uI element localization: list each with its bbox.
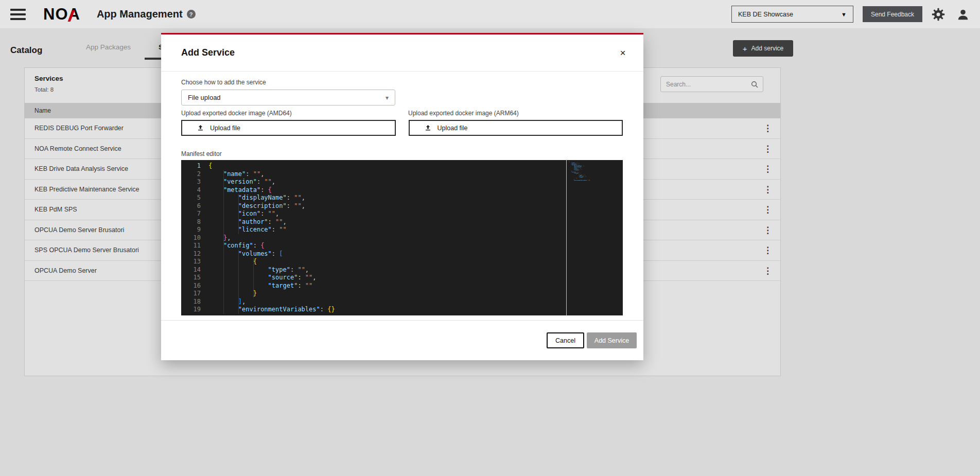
editor-minimap-content: { "name": "", "version": "", "metadata":… (569, 161, 590, 181)
manifest-editor-label: Manifest editor (181, 150, 222, 157)
chevron-down-icon: ▾ (386, 94, 389, 101)
upload-row: Upload file Upload file (181, 120, 623, 136)
add-service-submit-button[interactable]: Add Service (587, 332, 637, 348)
indent-guide (238, 194, 239, 234)
choose-method-label: Choose how to add the service (181, 79, 266, 86)
add-service-dialog: Add Service × Choose how to add the serv… (161, 33, 643, 360)
upload-file-amd64-button[interactable]: Upload file (181, 120, 396, 136)
upload-button-label: Upload file (437, 125, 468, 132)
close-icon[interactable]: × (616, 46, 630, 60)
editor-minimap[interactable]: { "name": "", "version": "", "metadata":… (566, 160, 623, 315)
upload-button-label: Upload file (210, 125, 240, 132)
upload-file-arm64-button[interactable]: Upload file (409, 120, 623, 136)
dialog-title: Add Service (181, 47, 235, 58)
upload-arm64-label: Upload exported docker image (ARM64) (408, 110, 519, 117)
method-select-value: File upload (188, 94, 221, 101)
method-select[interactable]: File upload ▾ (181, 90, 395, 105)
upload-icon (424, 124, 432, 132)
indent-guide (238, 250, 239, 314)
dialog-header: Add Service × (161, 34, 643, 72)
dialog-footer: Cancel Add Service (161, 320, 643, 360)
upload-amd64-label: Upload exported docker image (AMD64) (181, 110, 292, 117)
indent-guide (253, 258, 254, 298)
indent-guide (223, 170, 224, 314)
manifest-editor[interactable]: 1{2 "name": "",3 "version": "",4 "metada… (181, 160, 623, 315)
cancel-button[interactable]: Cancel (547, 332, 584, 348)
upload-icon (197, 124, 204, 132)
